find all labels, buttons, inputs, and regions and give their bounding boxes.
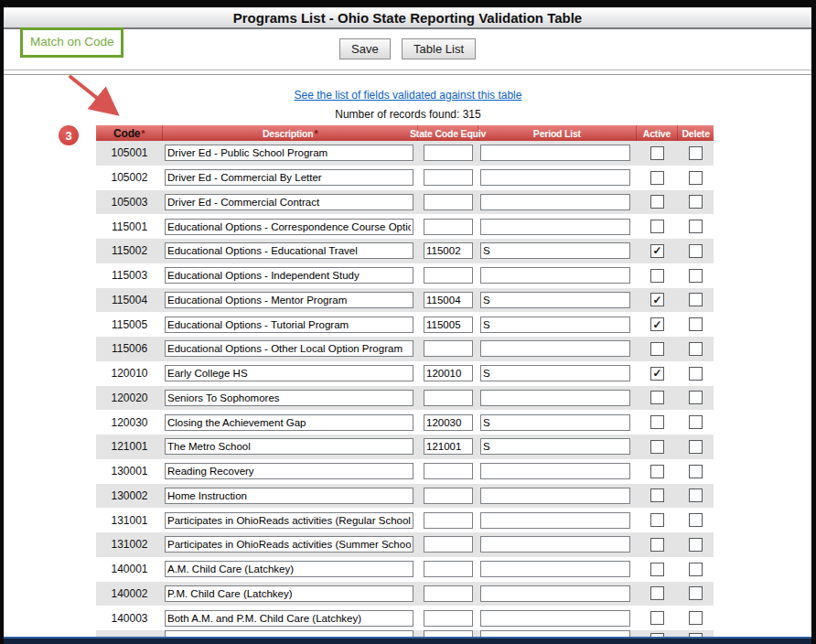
period-list-input[interactable] bbox=[480, 488, 630, 504]
table-list-button[interactable]: Table List bbox=[402, 38, 476, 59]
period-list-input[interactable] bbox=[480, 390, 630, 406]
active-checkbox[interactable] bbox=[650, 146, 664, 160]
delete-checkbox[interactable] bbox=[689, 611, 703, 625]
description-input[interactable] bbox=[165, 390, 413, 406]
state-code-equiv-input[interactable] bbox=[424, 267, 473, 284]
delete-checkbox[interactable] bbox=[689, 317, 703, 331]
period-list-input[interactable] bbox=[480, 414, 630, 431]
description-input[interactable] bbox=[165, 536, 413, 553]
state-code-equiv-input[interactable] bbox=[424, 317, 473, 333]
period-list-input[interactable] bbox=[480, 463, 630, 479]
state-code-equiv-input[interactable] bbox=[424, 561, 473, 577]
state-code-equiv-input[interactable] bbox=[424, 242, 473, 259]
description-input[interactable] bbox=[165, 414, 413, 431]
active-checkbox[interactable] bbox=[650, 538, 664, 552]
description-input[interactable] bbox=[165, 169, 413, 186]
description-input[interactable] bbox=[165, 438, 413, 455]
state-code-equiv-input[interactable] bbox=[424, 488, 473, 504]
period-list-input[interactable] bbox=[480, 169, 630, 186]
description-input[interactable] bbox=[165, 219, 413, 235]
delete-checkbox[interactable] bbox=[689, 465, 703, 478]
period-list-input[interactable] bbox=[480, 317, 630, 333]
description-input[interactable] bbox=[165, 267, 413, 284]
state-code-equiv-input[interactable] bbox=[424, 169, 473, 186]
delete-checkbox[interactable] bbox=[689, 146, 703, 160]
state-code-equiv-input[interactable] bbox=[424, 536, 473, 553]
delete-checkbox[interactable] bbox=[689, 391, 703, 404]
delete-checkbox[interactable] bbox=[689, 244, 703, 258]
description-input[interactable] bbox=[165, 610, 413, 627]
delete-checkbox[interactable] bbox=[689, 220, 703, 233]
state-code-equiv-input[interactable] bbox=[424, 145, 473, 161]
delete-checkbox[interactable] bbox=[689, 586, 703, 600]
delete-checkbox[interactable] bbox=[689, 195, 703, 209]
active-checkbox[interactable] bbox=[650, 195, 664, 209]
delete-checkbox[interactable] bbox=[689, 367, 703, 381]
state-code-equiv-input[interactable] bbox=[424, 585, 473, 602]
period-list-input[interactable] bbox=[480, 145, 630, 161]
state-code-equiv-input[interactable] bbox=[424, 390, 473, 406]
description-input[interactable] bbox=[165, 292, 413, 308]
active-checkbox[interactable] bbox=[650, 293, 664, 306]
active-checkbox[interactable] bbox=[650, 342, 664, 356]
description-input[interactable] bbox=[165, 488, 413, 504]
period-list-input[interactable] bbox=[480, 536, 630, 553]
state-code-equiv-input[interactable] bbox=[424, 438, 473, 455]
description-input[interactable] bbox=[165, 317, 413, 333]
period-list-input[interactable] bbox=[480, 438, 630, 455]
period-list-input[interactable] bbox=[480, 267, 630, 284]
active-checkbox[interactable] bbox=[650, 391, 664, 404]
delete-checkbox[interactable] bbox=[689, 293, 703, 306]
period-list-input[interactable] bbox=[480, 292, 630, 308]
delete-checkbox[interactable] bbox=[689, 563, 703, 576]
period-list-input[interactable] bbox=[480, 610, 630, 627]
active-checkbox[interactable] bbox=[650, 269, 664, 283]
period-list-input[interactable] bbox=[480, 219, 630, 235]
description-input[interactable] bbox=[165, 340, 413, 357]
save-button[interactable]: Save bbox=[339, 38, 391, 59]
delete-checkbox[interactable] bbox=[689, 171, 703, 185]
state-code-equiv-input[interactable] bbox=[424, 414, 473, 431]
delete-checkbox[interactable] bbox=[689, 342, 703, 356]
delete-checkbox[interactable] bbox=[689, 440, 703, 454]
active-checkbox[interactable] bbox=[650, 586, 664, 600]
period-list-input[interactable] bbox=[480, 512, 630, 529]
period-list-input[interactable] bbox=[480, 242, 630, 259]
period-list-input[interactable] bbox=[480, 340, 630, 357]
period-list-input[interactable] bbox=[480, 585, 630, 602]
active-checkbox[interactable] bbox=[650, 611, 664, 625]
active-checkbox[interactable] bbox=[650, 171, 664, 185]
state-code-equiv-input[interactable] bbox=[424, 292, 473, 308]
delete-checkbox[interactable] bbox=[689, 415, 703, 429]
description-input[interactable] bbox=[165, 585, 413, 602]
description-input[interactable] bbox=[165, 463, 413, 479]
description-input[interactable] bbox=[165, 145, 413, 161]
period-list-input[interactable] bbox=[480, 561, 630, 577]
active-checkbox[interactable] bbox=[650, 513, 664, 527]
description-input[interactable] bbox=[165, 561, 413, 577]
state-code-equiv-input[interactable] bbox=[424, 610, 473, 627]
delete-checkbox[interactable] bbox=[689, 488, 703, 502]
state-code-equiv-input[interactable] bbox=[424, 365, 473, 381]
delete-checkbox[interactable] bbox=[689, 269, 703, 283]
active-checkbox[interactable] bbox=[650, 220, 664, 233]
active-checkbox[interactable] bbox=[650, 563, 664, 576]
active-checkbox[interactable] bbox=[650, 465, 664, 478]
active-checkbox[interactable] bbox=[650, 440, 664, 454]
state-code-equiv-input[interactable] bbox=[424, 194, 473, 210]
description-input[interactable] bbox=[165, 512, 413, 529]
state-code-equiv-input[interactable] bbox=[424, 463, 473, 479]
active-checkbox[interactable] bbox=[650, 317, 664, 331]
period-list-input[interactable] bbox=[480, 365, 630, 381]
description-input[interactable] bbox=[165, 365, 413, 381]
period-list-input[interactable] bbox=[480, 194, 630, 210]
active-checkbox[interactable] bbox=[650, 244, 664, 258]
active-checkbox[interactable] bbox=[650, 488, 664, 502]
state-code-equiv-input[interactable] bbox=[424, 340, 473, 357]
active-checkbox[interactable] bbox=[650, 367, 664, 381]
state-code-equiv-input[interactable] bbox=[424, 512, 473, 529]
validated-fields-link[interactable]: See the list of fields validated against… bbox=[295, 89, 522, 102]
delete-checkbox[interactable] bbox=[689, 538, 703, 552]
delete-checkbox[interactable] bbox=[689, 513, 703, 527]
active-checkbox[interactable] bbox=[650, 415, 664, 429]
